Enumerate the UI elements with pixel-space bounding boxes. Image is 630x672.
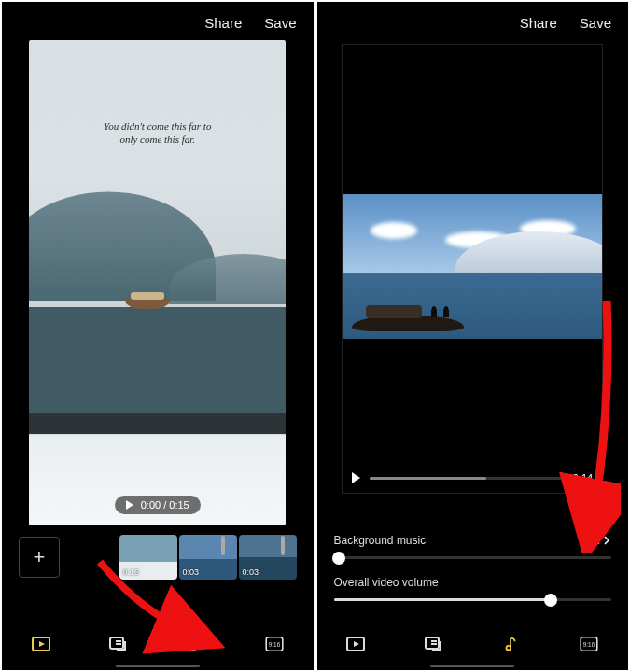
play-icon [352, 472, 360, 483]
share-button[interactable]: Share [204, 15, 242, 31]
clip-thumbnails: 0:15 0:03 0:03 [119, 535, 297, 580]
clip-duration: 0:15 [123, 567, 140, 577]
music-icon [186, 634, 206, 654]
nav-music-tab[interactable] [185, 633, 207, 655]
add-music-label: Add [581, 534, 600, 547]
svg-point-10 [506, 646, 511, 651]
transition-icon[interactable] [221, 538, 234, 551]
nav-music-tab[interactable] [500, 633, 523, 655]
add-clip-button[interactable]: + [19, 537, 60, 578]
header: Share Save [2, 2, 314, 40]
video-preview: 0:14 [317, 40, 629, 494]
playback-time-text: 0:00 / 0:15 [141, 499, 189, 511]
phone-left: Share Save You didn't come this far to o… [2, 2, 314, 670]
edit-icon [30, 633, 52, 655]
clip-thumbnail[interactable]: 0:15 [119, 535, 177, 580]
svg-marker-8 [354, 641, 359, 647]
clip-thumbnail[interactable]: 0:03 [239, 535, 297, 580]
playback-progress-fill [370, 477, 486, 480]
clip-strip: + 0:15 0:03 0:03 [2, 535, 314, 580]
music-panel: Background music Add Overall video volum… [334, 530, 612, 614]
svg-marker-1 [39, 641, 45, 647]
preview-frame[interactable]: You didn't come this far to only come th… [29, 40, 286, 525]
scene-water [29, 307, 286, 413]
music-icon [501, 634, 522, 654]
share-button[interactable]: Share [520, 15, 557, 31]
background-music-slider[interactable] [334, 556, 612, 559]
phone-right: Share Save 0:14 [317, 2, 629, 670]
clip-duration: 0:03 [243, 567, 259, 577]
overall-volume-label: Overall video volume [334, 576, 439, 589]
preview-video-content [343, 194, 602, 339]
background-music-label: Background music [334, 534, 427, 547]
add-music-button[interactable]: Add [581, 534, 611, 547]
save-button[interactable]: Save [580, 15, 611, 31]
video-preview: You didn't come this far to only come th… [2, 40, 314, 525]
transition-icon[interactable] [281, 538, 294, 551]
svg-text:9:16: 9:16 [269, 641, 281, 648]
playback-remaining-text: 0:14 [573, 472, 593, 483]
text-icon [423, 633, 445, 655]
scene-sky [29, 40, 286, 307]
clip-duration: 0:03 [183, 567, 200, 577]
nav-aspect-tab[interactable]: 9:16 [263, 633, 286, 655]
preview-frame[interactable]: 0:14 [342, 44, 603, 494]
chevron-right-icon [602, 536, 611, 545]
slider-knob[interactable] [544, 594, 557, 607]
header: Share Save [317, 2, 629, 40]
video-caption-overlay: You didn't come this far to only come th… [29, 119, 286, 146]
bottom-nav: 9:16 [2, 629, 314, 659]
svg-point-3 [191, 646, 196, 651]
nav-text-tab[interactable] [107, 633, 130, 655]
playback-control[interactable]: 0:14 [352, 472, 593, 483]
save-button[interactable]: Save [264, 15, 296, 31]
home-indicator [430, 665, 514, 667]
svg-text:9:16: 9:16 [583, 641, 595, 648]
plus-icon: + [34, 545, 46, 569]
nav-edit-tab[interactable] [344, 633, 367, 655]
bottom-nav: 9:16 [317, 629, 629, 659]
aspect-icon: 9:16 [263, 634, 286, 654]
aspect-icon: 9:16 [578, 634, 600, 654]
home-indicator [116, 665, 200, 667]
nav-aspect-tab[interactable]: 9:16 [578, 633, 600, 655]
play-icon [126, 500, 133, 510]
clip-thumbnail[interactable]: 0:03 [179, 535, 237, 580]
edit-icon [344, 633, 367, 655]
text-icon [107, 633, 130, 655]
playback-progress-track[interactable] [370, 477, 564, 480]
nav-text-tab[interactable] [423, 633, 445, 655]
overall-volume-slider[interactable] [334, 598, 612, 601]
slider-knob[interactable] [332, 552, 345, 565]
nav-edit-tab[interactable] [30, 633, 52, 655]
playback-control[interactable]: 0:00 / 0:15 [115, 496, 201, 514]
